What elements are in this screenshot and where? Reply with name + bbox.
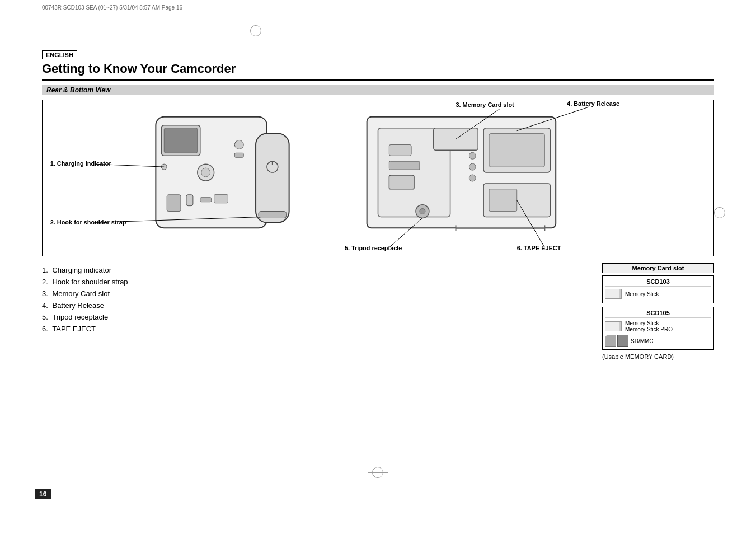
list-item: 2. Hook for shoulder strap — [42, 278, 591, 286]
crosshair-right — [714, 207, 725, 218]
svg-rect-3 — [256, 134, 289, 223]
svg-rect-24 — [389, 175, 414, 189]
main-content: ENGLISH Getting to Know Your Camcorder R… — [42, 50, 714, 360]
scd105-ms-row: Memory StickMemory Stick PRO — [605, 320, 711, 332]
bottom-section: 1. Charging indicator 2. Hook for should… — [42, 263, 714, 360]
item-list: 1. Charging indicator 2. Hook for should… — [42, 263, 591, 360]
memory-card-title: Memory Card slot — [602, 263, 714, 273]
diagram-box: 1. Charging indicator 2. Hook for should… — [42, 100, 714, 256]
svg-text:1. Charging indicator: 1. Charging indicator — [50, 160, 112, 167]
svg-rect-9 — [200, 198, 212, 202]
svg-rect-2 — [164, 128, 198, 153]
crosshair-bottom — [372, 467, 383, 478]
svg-point-36 — [469, 163, 476, 170]
crosshair-top — [250, 25, 261, 36]
svg-text:6. TAPE EJECT: 6. TAPE EJECT — [517, 245, 561, 251]
list-item: 1. Charging indicator — [42, 266, 591, 274]
border-left — [31, 31, 31, 503]
border-right — [725, 31, 725, 503]
border-top — [31, 31, 725, 31]
svg-rect-11 — [167, 195, 181, 212]
english-label: ENGLISH — [42, 50, 77, 59]
page-container: 00743R SCD103 SEA (01~27) 5/31/04 8:57 A… — [0, 0, 756, 534]
memory-stick-label: Memory Stick — [625, 291, 659, 297]
scd103-memory-stick-row: Memory Stick — [605, 289, 711, 299]
scd105-box: SCD105 Memory StickMemory Stick PRO SD/M… — [602, 307, 714, 350]
svg-rect-13 — [234, 153, 243, 157]
sd-icon — [605, 335, 616, 347]
svg-text:5. Tripod receptacle: 5. Tripod receptacle — [345, 245, 402, 251]
page-header: 00743R SCD103 SEA (01~27) 5/31/04 8:57 A… — [42, 4, 182, 11]
sd-mmc-label: SD/MMC — [631, 338, 654, 344]
sd-mmc-row: SD/MMC — [605, 335, 711, 347]
memory-stick-icon — [605, 289, 622, 299]
svg-text:2. Hook for shoulder strap: 2. Hook for shoulder strap — [50, 219, 126, 226]
svg-point-35 — [469, 152, 476, 159]
svg-rect-31 — [489, 189, 517, 212]
camcorder-svg: 1. Charging indicator 2. Hook for should… — [43, 100, 713, 256]
list-item: 6. TAPE EJECT — [42, 325, 591, 333]
svg-point-29 — [420, 209, 425, 214]
usable-text: (Usable MEMORY CARD) — [602, 353, 714, 360]
svg-text:4. Battery Release: 4. Battery Release — [567, 100, 619, 107]
svg-rect-23 — [389, 161, 420, 170]
svg-point-37 — [469, 175, 476, 181]
list-item: 5. Tripod receptacle — [42, 313, 591, 321]
page-number: 16 — [35, 489, 51, 499]
section-subtitle: Rear & Bottom View — [42, 85, 714, 95]
memory-stick-icon-2 — [605, 321, 622, 331]
list-item: 3. Memory Card slot — [42, 289, 591, 298]
border-bottom — [31, 503, 725, 503]
meta-text: 00743R SCD103 SEA (01~27) 5/31/04 8:57 A… — [42, 4, 182, 11]
page-title: Getting to Know Your Camcorder — [42, 62, 714, 81]
svg-text:3. Memory Card slot: 3. Memory Card slot — [456, 101, 515, 108]
svg-rect-4 — [259, 212, 287, 218]
numbered-list: 1. Charging indicator 2. Hook for should… — [42, 266, 591, 333]
mmc-icon — [617, 335, 628, 347]
svg-rect-22 — [389, 144, 411, 156]
svg-rect-8 — [186, 195, 193, 206]
scd103-box: SCD103 Memory Stick — [602, 275, 714, 303]
svg-rect-27 — [489, 134, 544, 167]
memory-card-section: Memory Card slot SCD103 Memory Stick SCD… — [602, 263, 714, 360]
svg-point-12 — [234, 140, 243, 149]
ms-label: Memory StickMemory Stick PRO — [625, 320, 673, 332]
scd103-title: SCD103 — [605, 278, 711, 287]
svg-rect-10 — [214, 195, 228, 203]
scd105-title: SCD105 — [605, 310, 711, 318]
list-item: 4. Battery Release — [42, 301, 591, 310]
svg-point-7 — [201, 168, 210, 177]
